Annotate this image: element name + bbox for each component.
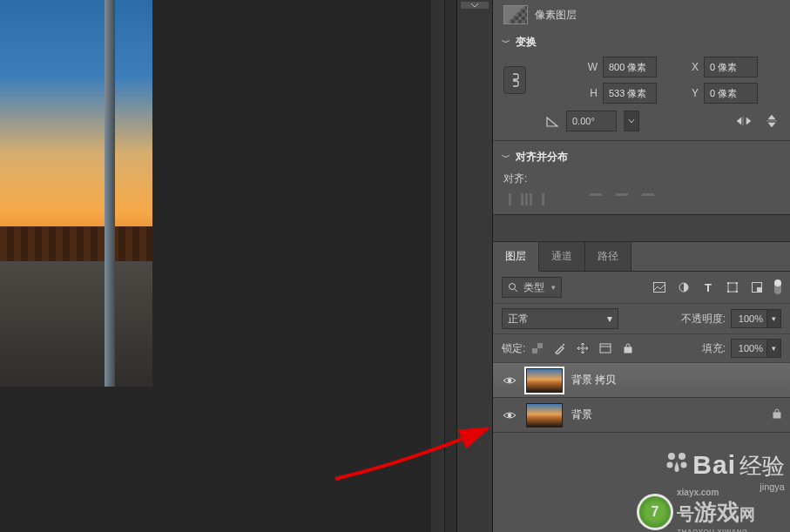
link-wh-button[interactable] [503, 66, 526, 94]
align-title: 对齐并分布 [516, 150, 568, 165]
svg-rect-17 [773, 413, 780, 418]
lock-pixels-button[interactable] [553, 341, 567, 355]
filter-toggle[interactable] [774, 280, 781, 294]
lock-transparency-button[interactable] [530, 341, 544, 355]
w-label: W [582, 61, 598, 73]
flip-vertical-button[interactable] [764, 115, 780, 127]
blend-mode-dropdown[interactable]: 正常 ▾ [502, 308, 618, 329]
svg-point-7 [736, 291, 738, 293]
x-position-input[interactable]: 0 像素 [704, 57, 758, 77]
h-label: H [582, 87, 598, 99]
visibility-toggle[interactable] [502, 407, 517, 423]
filter-adjust-icon[interactable] [677, 280, 691, 294]
lock-row: 锁定: 填充: 100% ▾ [493, 334, 790, 363]
opacity-label: 不透明度: [681, 312, 726, 327]
opacity-input[interactable]: 100% [731, 309, 767, 328]
svg-rect-1 [654, 283, 665, 293]
panel-gap [493, 214, 790, 242]
properties-panel: 像素图层 ﹀ 变换 W 800 像素 X 0 像素 H 533 像素 Y 0 [493, 0, 790, 214]
align-left-button[interactable] [509, 193, 511, 205]
align-right-button[interactable] [542, 193, 544, 205]
filter-shape-icon[interactable] [726, 280, 739, 294]
chevron-down-icon: ▾ [607, 313, 612, 325]
svg-point-5 [736, 282, 738, 284]
svg-rect-9 [757, 287, 761, 292]
svg-rect-12 [537, 348, 543, 354]
lock-all-button[interactable] [621, 341, 635, 355]
y-label: Y [683, 87, 699, 99]
pixel-layer-label: 像素图层 [535, 8, 577, 23]
filter-pixel-icon[interactable] [652, 280, 666, 294]
search-icon [506, 280, 520, 294]
tab-layers[interactable]: 图层 [493, 242, 539, 272]
opacity-dropdown-button[interactable]: ▾ [767, 309, 781, 328]
visibility-toggle[interactable] [502, 373, 517, 388]
rotation-dropdown-button[interactable] [624, 111, 639, 131]
layer-name[interactable]: 背景 [571, 407, 592, 422]
layer-thumbnail[interactable] [526, 403, 563, 428]
transform-section-header[interactable]: ﹀ 变换 [493, 30, 790, 53]
transform-title: 变换 [516, 35, 537, 50]
height-input[interactable]: 533 像素 [603, 83, 657, 104]
svg-rect-11 [532, 343, 537, 348]
layer-name[interactable]: 背景 拷贝 [571, 373, 616, 387]
svg-point-4 [727, 282, 729, 284]
x-label: X [683, 61, 699, 73]
lock-icon [773, 408, 781, 421]
svg-rect-13 [600, 344, 611, 353]
rotation-angle-icon [545, 114, 559, 128]
filter-smart-icon[interactable] [750, 280, 764, 294]
layer-thumbnail[interactable] [526, 368, 563, 393]
layer-item[interactable]: 背景 [493, 398, 790, 433]
right-panel: 像素图层 ﹀ 变换 W 800 像素 X 0 像素 H 533 像素 Y 0 [493, 0, 790, 532]
align-bottom-button[interactable] [642, 193, 654, 196]
chevron-down-icon: ﹀ [502, 37, 510, 49]
collapsed-dock[interactable] [456, 0, 493, 532]
document-image[interactable] [0, 0, 152, 387]
y-position-input[interactable]: 0 像素 [704, 83, 758, 104]
chevron-down-icon: ▾ [551, 283, 556, 292]
align-hcenter-button[interactable] [525, 193, 528, 205]
filter-type-icon[interactable]: T [701, 280, 715, 294]
svg-point-6 [727, 291, 729, 293]
tab-paths[interactable]: 路径 [585, 242, 631, 271]
blend-mode-row: 正常 ▾ 不透明度: 100% ▾ [493, 304, 790, 334]
align-section-header[interactable]: ﹀ 对齐并分布 [493, 145, 790, 168]
layers-panel: 图层 通道 路径 类型 ▾ T 正常 [493, 242, 790, 532]
panel-resize-handle[interactable] [444, 0, 456, 532]
fill-input[interactable]: 100% [731, 339, 767, 358]
fill-label: 填充: [702, 341, 726, 356]
layer-item[interactable]: 背景 拷贝 [493, 363, 790, 398]
align-label: 对齐: [503, 172, 780, 186]
filter-type-dropdown[interactable]: 类型 ▾ [502, 277, 562, 298]
panel-tabs: 图层 通道 路径 [493, 242, 790, 272]
fill-dropdown-button[interactable]: ▾ [767, 339, 781, 358]
lock-label: 锁定: [502, 341, 525, 356]
align-buttons-row [503, 193, 780, 205]
chevron-down-icon: ﹀ [502, 152, 510, 164]
lock-position-button[interactable] [576, 341, 590, 355]
align-vcenter-button[interactable] [616, 193, 628, 196]
rotation-input[interactable]: 0.00° [566, 111, 617, 131]
blend-mode-value: 正常 [508, 312, 529, 327]
layer-list: 背景 拷贝 背景 [493, 363, 790, 532]
dock-expand-button[interactable] [461, 2, 489, 9]
svg-rect-3 [728, 283, 737, 292]
svg-point-16 [508, 413, 511, 416]
layer-filter-row: 类型 ▾ T [493, 272, 790, 304]
svg-rect-14 [625, 347, 631, 353]
pixel-layer-icon [503, 5, 528, 24]
lock-artboard-button[interactable] [598, 341, 612, 355]
svg-point-15 [508, 378, 511, 381]
canvas-area[interactable] [0, 0, 431, 532]
filter-type-label: 类型 [523, 280, 544, 295]
width-input[interactable]: 800 像素 [603, 57, 657, 77]
svg-point-0 [510, 284, 516, 290]
tab-channels[interactable]: 通道 [539, 242, 585, 271]
align-top-button[interactable] [590, 193, 602, 196]
flip-horizontal-button[interactable] [736, 115, 752, 127]
